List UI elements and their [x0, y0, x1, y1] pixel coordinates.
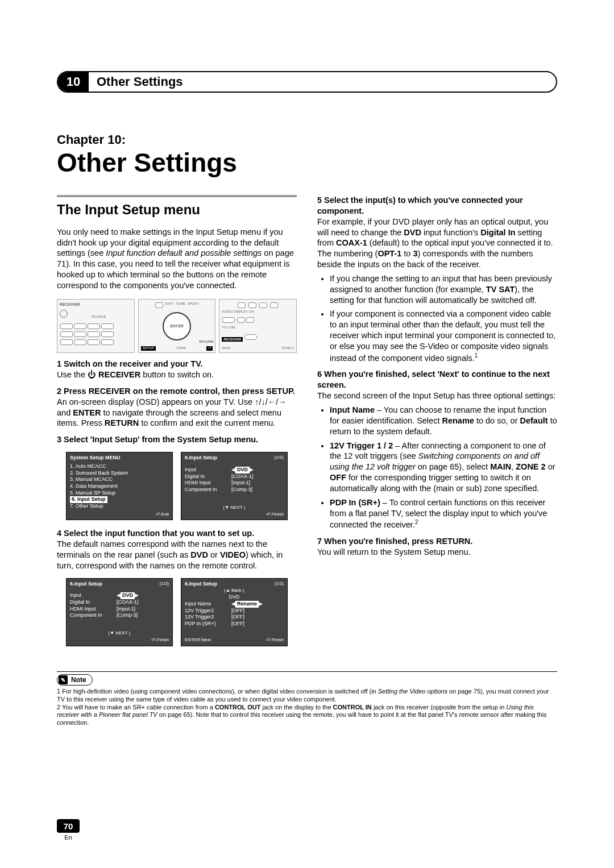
osd-system-setup: System Setup MENU 1. Auto MCACC 2. Surro…	[66, 452, 173, 520]
footnotes: 1 For high-definition video (using compo…	[57, 688, 557, 727]
step-4-body: The default names correspond with the na…	[57, 539, 297, 571]
step-2-title: 2 Press RECEIVER on the remote control, …	[57, 386, 297, 397]
remote-control-figure: RECEIVER SOURCE EXIT · TUNE · RADIO ENTE…	[57, 299, 297, 353]
remote-block-left: RECEIVER SOURCE	[57, 299, 135, 353]
option-input-name: Input Name – You can choose to rename th…	[330, 405, 557, 437]
remote-block-center: EXIT · TUNE · RADIO ENTER SETUPTUNE⏎ RET…	[138, 299, 216, 353]
step-3-title: 3 Select 'Input Setup' from the System S…	[57, 434, 297, 445]
note-label: Note	[71, 676, 86, 684]
right-column: 5 Select the input(s) to which you've co…	[317, 195, 557, 654]
step-1-title: 1 Switch on the receiver and your TV.	[57, 359, 297, 369]
step-7-body: You will return to the System Setup menu…	[317, 547, 557, 558]
osd-input-setup-1: 6.Input Setup (1/2) Input◀DVD▶ Digital I…	[181, 452, 288, 520]
footnote-separator	[57, 671, 557, 672]
page-footer: 70 En	[57, 819, 80, 841]
note-header: ✎ Note	[57, 674, 93, 686]
step-6-options: Input Name – You can choose to rename th…	[330, 405, 557, 530]
section-rule	[57, 195, 297, 197]
option-pdp-in: PDP In (SR+) – To control certain functi…	[330, 497, 557, 530]
bullet-2: If your component is connected via a com…	[330, 309, 557, 363]
left-column: The Input Setup menu You only need to ma…	[57, 195, 297, 654]
step-6-body: The second screen of the Input Setup has…	[317, 391, 557, 401]
chapter-header-bar: 10 Other Settings	[57, 71, 557, 93]
step-4: 4 Select the input function that you wan…	[57, 528, 297, 571]
enter-button-figure: ENTER	[163, 312, 191, 340]
footnote-2: 2 You will have to make an SR+ cable con…	[57, 704, 557, 727]
pencil-icon: ✎	[59, 675, 68, 684]
step-3: 3 Select 'Input Setup' from the System S…	[57, 434, 297, 445]
step-7: 7 When you're finished, press RETURN. Yo…	[317, 536, 557, 558]
step-4-title: 4 Select the input function that you wan…	[57, 528, 297, 539]
step-2: 2 Press RECEIVER on the remote control, …	[57, 386, 297, 429]
step-5-bullets: If you change the setting to an input th…	[330, 273, 557, 364]
step-7-title: 7 When you're finished, press RETURN.	[317, 536, 557, 547]
osd-row-1: System Setup MENU 1. Auto MCACC 2. Surro…	[57, 452, 297, 520]
osd-row-2: 6.Input Setup (1/2) Input◀DVD▶ Digital I…	[57, 578, 297, 646]
chapter-title: Other Settings	[57, 147, 557, 178]
step-5-body: For example, if your DVD player only has…	[317, 217, 557, 270]
page-number: 70	[57, 819, 80, 833]
step-5: 5 Select the input(s) to which you've co…	[317, 195, 557, 363]
section-heading: The Input Setup menu	[57, 201, 297, 218]
osd-input-setup-2: 6.Input Setup (1/2) Input◀DVD▶ Digital I…	[66, 578, 173, 646]
step-6-title: 6 When you're finished, select 'Next' to…	[317, 369, 557, 391]
chapter-label: Chapter 10:	[57, 132, 557, 147]
language-code: En	[57, 834, 80, 841]
option-12v-trigger: 12V Trigger 1 / 2 – After connecting a c…	[330, 441, 557, 494]
osd-input-setup-3: 6.Input Setup (1/2) (▲ Back ) DVD Input …	[181, 578, 288, 646]
bullet-1: If you change the setting to an input th…	[330, 273, 557, 306]
step-5-title: 5 Select the input(s) to which you've co…	[317, 195, 557, 217]
intro-paragraph: You only need to make settings in the In…	[57, 227, 297, 291]
chapter-number-badge: 10	[58, 72, 89, 92]
remote-block-right: AUDIO DISPLAY CH TV CTRL RECEIVER MAINZO…	[219, 299, 297, 353]
step-2-body: An on-screen display (OSD) appears on yo…	[57, 397, 297, 429]
step-1-body: Use the ⏻ RECEIVER button to switch on.	[57, 369, 297, 380]
step-1: 1 Switch on the receiver and your TV. Us…	[57, 359, 297, 380]
footnote-1: 1 For high-definition video (using compo…	[57, 688, 557, 704]
chapter-header-title: Other Settings	[89, 74, 183, 89]
step-6: 6 When you're finished, select 'Next' to…	[317, 369, 557, 530]
